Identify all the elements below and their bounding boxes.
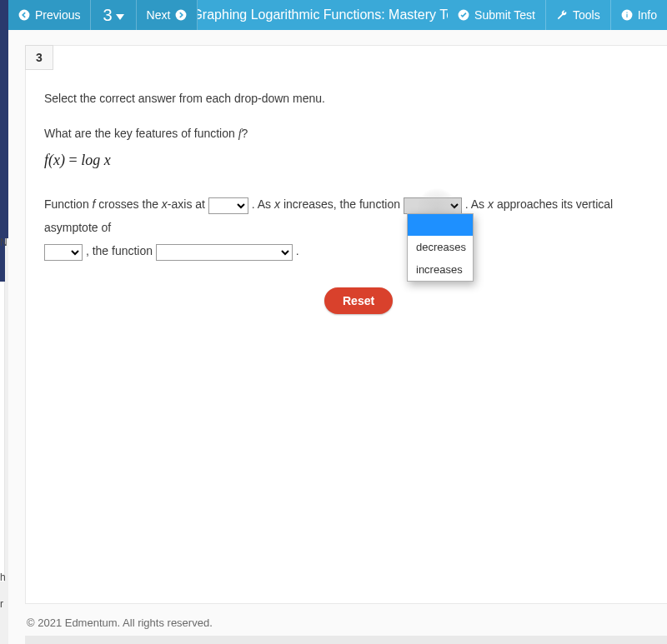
formula-display: f(x) = log x	[44, 150, 649, 171]
bottom-scrollbar-track[interactable]	[25, 636, 667, 644]
answer-dropdown-4[interactable]	[156, 244, 293, 261]
prompt-text: What are the key features of function f?	[44, 126, 649, 142]
wrench-icon	[556, 9, 568, 21]
prompt-pre: What are the key features of function	[44, 127, 238, 140]
svg-point-1	[176, 10, 187, 21]
text-frag-4: . As	[252, 197, 274, 211]
next-button[interactable]: Next	[137, 0, 198, 30]
question-number-nav-value: 3	[103, 6, 112, 25]
text-frag-3: -axis at	[168, 197, 208, 211]
tools-label: Tools	[573, 8, 600, 22]
cropped-letter-r: r	[0, 598, 3, 610]
info-label: Info	[638, 8, 657, 22]
info-icon	[621, 9, 633, 21]
answer-dropdown-1[interactable]	[208, 197, 248, 214]
footer-copyright: © 2021 Edmentum. All rights reserved.	[25, 611, 667, 634]
instruction-text: Select the correct answer from each drop…	[44, 91, 649, 107]
page-title: Graphing Logarithmic Functions: Mastery …	[198, 0, 448, 30]
answer-dropdown-3[interactable]	[44, 244, 83, 261]
side-panel-bg-3	[0, 282, 5, 582]
svg-rect-4	[626, 14, 627, 17]
formula-lhs: f(x)	[44, 152, 65, 168]
fill-in-sentence: Function f crosses the x-axis at . As x …	[44, 192, 649, 262]
previous-button[interactable]: Previous	[8, 0, 91, 30]
submit-test-label: Submit Test	[474, 8, 535, 22]
text-frag-ital-x: x	[162, 197, 168, 211]
top-toolbar: Previous 3 Next Graphing Logarithmic Fun…	[8, 0, 667, 30]
text-frag-8: , the function	[86, 244, 156, 257]
text-frag-5: increases, the function	[280, 197, 404, 211]
text-frag-ital-x2: x	[274, 197, 280, 211]
svg-rect-5	[626, 12, 627, 13]
question-number-nav[interactable]: 3	[91, 0, 136, 30]
reset-button[interactable]: Reset	[324, 287, 393, 314]
content-area: 3 Select the correct answer from each dr…	[8, 30, 667, 644]
dropdown-option-decreases[interactable]: decreases	[408, 236, 473, 258]
reset-wrap: Reset	[324, 287, 649, 314]
question-number-tab: 3	[25, 45, 53, 70]
next-label: Next	[147, 8, 171, 22]
prompt-post: ?	[242, 127, 248, 140]
cropped-letter-h: h	[0, 572, 6, 583]
text-frag-2: crosses the	[95, 197, 161, 211]
formula-rhs: log x	[81, 152, 111, 168]
text-frag-ital-x3: x	[488, 197, 494, 211]
arrow-right-icon	[175, 9, 187, 21]
app-frame: Previous 3 Next Graphing Logarithmic Fun…	[8, 0, 667, 644]
info-button[interactable]: Info	[611, 0, 667, 30]
cropped-letter-n: N	[0, 237, 8, 248]
text-frag: Function	[44, 197, 93, 211]
question-panel: 3 Select the correct answer from each dr…	[25, 45, 667, 604]
chevron-down-icon	[116, 14, 124, 20]
answer-dropdown-2[interactable]	[404, 197, 462, 214]
question-body: Select the correct answer from each drop…	[26, 46, 667, 331]
text-frag-9: .	[296, 244, 299, 257]
dropdown-option-blank[interactable]	[408, 214, 473, 236]
previous-label: Previous	[35, 8, 80, 22]
arrow-left-icon	[18, 9, 30, 21]
svg-point-0	[19, 10, 30, 21]
formula-eq: =	[65, 152, 81, 168]
text-frag-6: . As	[465, 197, 488, 211]
dropdown-option-increases[interactable]: increases	[408, 258, 473, 281]
check-circle-icon	[458, 9, 469, 21]
tools-button[interactable]: Tools	[546, 0, 611, 30]
submit-test-button[interactable]: Submit Test	[448, 0, 546, 30]
dropdown-popup: decreases increases	[407, 213, 474, 282]
side-panel-bg	[0, 0, 8, 238]
